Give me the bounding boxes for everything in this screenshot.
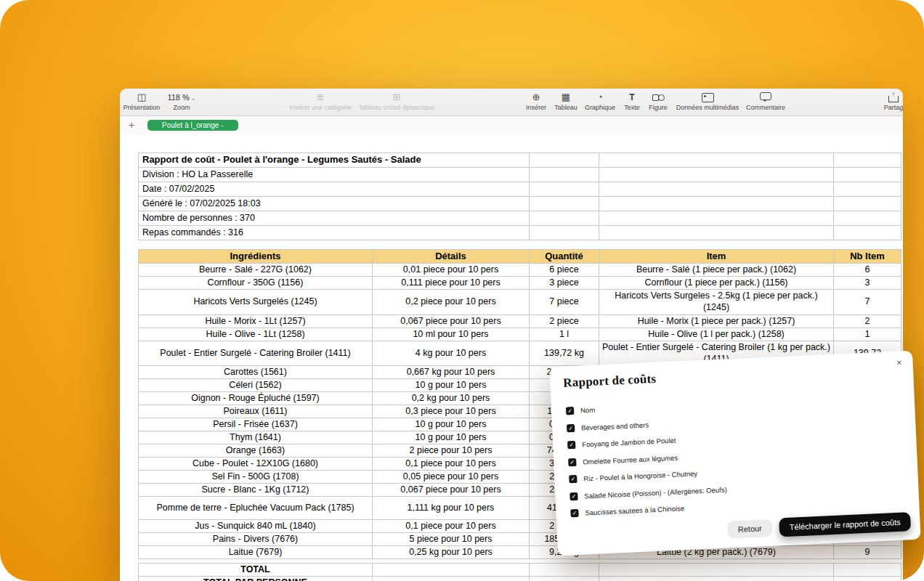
cell-info-label[interactable]: Division : HO La Passerelle <box>139 168 530 182</box>
checkbox-checked-icon[interactable]: ✓ <box>566 407 574 415</box>
empty-cell[interactable] <box>599 197 834 211</box>
cell-info-label[interactable]: Nombre de personnes : 370 <box>139 211 530 226</box>
cell-ingredient[interactable]: Jus - Sunquick 840 mL (1840) <box>139 520 373 533</box>
zoom-control[interactable]: 118 %⌄ Zoom <box>158 92 206 111</box>
cell-item[interactable]: Beurre - Salé (1 piece per pack.) (1062) <box>599 264 834 277</box>
cell-quantity[interactable]: 1 l <box>530 328 599 341</box>
cell-ingredient[interactable]: Cube - Poulet - 12X10G (1680) <box>139 458 373 471</box>
empty-cell[interactable] <box>599 168 834 182</box>
presentation-button[interactable]: ◫ Présentation <box>121 92 162 111</box>
cell-ingredient[interactable]: Haricots Verts Surgelés (1245) <box>139 290 373 315</box>
cell-details[interactable]: 0,067 piece pour 10 pers <box>373 484 530 497</box>
empty-cell[interactable] <box>834 197 901 211</box>
cell-details[interactable]: 10 g pour 10 pers <box>373 379 530 392</box>
cell-ingredient[interactable]: Poulet - Entier Surgelé - Catering Broil… <box>139 341 373 366</box>
checkbox-checked-icon[interactable]: ✓ <box>567 441 575 449</box>
cell-item[interactable]: Haricots Verts Surgeles - 2.5kg (1 piece… <box>599 290 834 315</box>
cell-quantity[interactable]: 139,72 kg <box>530 341 599 366</box>
col-item[interactable]: Item <box>599 250 834 264</box>
empty-cell[interactable] <box>834 211 901 226</box>
back-button[interactable]: Retour <box>727 519 772 539</box>
empty-cell[interactable] <box>530 226 599 240</box>
close-icon[interactable]: × <box>896 357 902 367</box>
cell-ingredient[interactable]: Laitue (7679) <box>139 546 373 559</box>
cell-item[interactable]: Cornflour (1 piece per pack.) (1156) <box>599 277 834 290</box>
cell-details[interactable]: 0,067 piece pour 10 pers <box>373 315 530 328</box>
empty-cell[interactable] <box>599 564 834 577</box>
checkbox-checked-icon[interactable]: ✓ <box>567 424 575 432</box>
empty-cell[interactable] <box>599 226 834 240</box>
cell-nbitem[interactable]: 7 <box>834 290 901 315</box>
cell-info-label[interactable]: Date : 07/02/2025 <box>139 182 530 197</box>
empty-cell[interactable] <box>530 564 599 577</box>
cell-details[interactable]: 0,667 kg pour 10 pers <box>373 366 530 379</box>
cell-details[interactable]: 5 piece pour 10 pers <box>373 533 530 546</box>
cell-info-label[interactable]: Rapport de coût - Poulet à l'orange - Le… <box>139 153 530 168</box>
empty-cell[interactable] <box>530 182 599 197</box>
cell-details[interactable]: 0,25 kg pour 10 pers <box>373 546 530 559</box>
empty-cell[interactable] <box>530 211 599 226</box>
checkbox-checked-icon[interactable]: ✓ <box>570 509 578 517</box>
cell-nbitem[interactable]: 6 <box>834 264 901 277</box>
cell-details[interactable]: 0,111 piece pour 10 pers <box>373 277 530 290</box>
cell-ingredient[interactable]: Orange (1663) <box>139 444 373 458</box>
cell-details[interactable]: 1,111 kg pour 10 pers <box>373 497 530 520</box>
cell-ingredient[interactable]: Pains - Divers (7676) <box>139 533 373 546</box>
cell-details[interactable]: 2 piece pour 10 pers <box>373 444 530 458</box>
cell-details[interactable]: 0,2 piece pour 10 pers <box>373 290 530 315</box>
cell-ingredient[interactable]: Céleri (1562) <box>139 379 373 392</box>
cell-nbitem[interactable]: 9 <box>834 546 901 559</box>
cell-details[interactable]: 4 kg pour 10 pers <box>373 341 530 366</box>
empty-cell[interactable] <box>373 577 530 581</box>
cell-ingredient[interactable]: Oignon - Rouge Épluché (1597) <box>139 392 373 405</box>
cell-details[interactable]: 10 g pour 10 pers <box>373 431 530 444</box>
empty-cell[interactable] <box>530 577 599 581</box>
empty-cell[interactable] <box>599 211 834 226</box>
checkbox-checked-icon[interactable]: ✓ <box>570 492 578 500</box>
cell-ingredient[interactable]: Huile - Morix - 1Lt (1257) <box>139 315 373 328</box>
col-ingredients[interactable]: Ingrédients <box>139 250 373 264</box>
add-sheet-button[interactable]: + <box>129 119 134 131</box>
share-button[interactable]: Partag <box>872 92 903 111</box>
cell-item[interactable]: Huile - Morix (1 piece per pack.) (1257) <box>599 315 834 328</box>
cell-details[interactable]: 10 g pour 10 pers <box>373 418 530 431</box>
col-nbitem[interactable]: Nb Item <box>834 250 901 264</box>
col-details[interactable]: Détails <box>373 250 530 264</box>
cell-quantity[interactable]: 7 piece <box>530 290 599 315</box>
cell-info-label[interactable]: Généré le : 07/02/2025 18:03 <box>139 197 530 211</box>
empty-cell[interactable] <box>834 577 901 581</box>
cell-nbitem[interactable]: 3 <box>834 277 901 290</box>
cell-ingredient[interactable]: Huile - Olive - 1Lt (1258) <box>139 328 373 341</box>
cell-details[interactable]: 0,3 piece pour 10 pers <box>373 405 530 418</box>
sheet-tab[interactable]: Poulet à l_orange - <box>147 120 238 131</box>
cell-quantity[interactable]: 2 piece <box>530 315 599 328</box>
total-per-person-label[interactable]: TOTAL PAR PERSONNE <box>139 577 373 581</box>
empty-cell[interactable] <box>599 577 834 581</box>
cell-ingredient[interactable]: Persil - Frisée (1637) <box>139 418 373 431</box>
cell-details[interactable]: 0,1 piece pour 10 pers <box>373 520 530 533</box>
col-quantity[interactable]: Quantité <box>530 250 599 264</box>
cell-ingredient[interactable]: Carottes (1561) <box>139 366 373 379</box>
checkbox-checked-icon[interactable]: ✓ <box>568 458 576 466</box>
comment-button[interactable]: Commentaire <box>740 92 791 111</box>
empty-cell[interactable] <box>834 168 901 182</box>
media-button[interactable]: Données multimédias <box>668 92 747 111</box>
cell-ingredient[interactable]: Thym (1641) <box>139 431 373 444</box>
empty-cell[interactable] <box>373 564 530 577</box>
empty-cell[interactable] <box>834 226 901 240</box>
empty-cell[interactable] <box>599 153 834 168</box>
cell-quantity[interactable]: 3 piece <box>530 277 599 290</box>
cell-nbitem[interactable]: 2 <box>834 315 901 328</box>
empty-cell[interactable] <box>530 197 599 211</box>
cell-ingredient[interactable]: Pomme de terre - Epluchée Vacuum Pack (1… <box>139 497 373 520</box>
cell-nbitem[interactable]: 1 <box>834 328 901 341</box>
empty-cell[interactable] <box>834 182 901 197</box>
total-label[interactable]: TOTAL <box>139 564 373 577</box>
cell-details[interactable]: 10 ml pour 10 pers <box>373 328 530 341</box>
cell-details[interactable]: 0,2 kg pour 10 pers <box>373 392 530 405</box>
cell-ingredient[interactable]: Beurre - Salé - 227G (1062) <box>139 264 373 277</box>
cell-ingredient[interactable]: Sucre - Blanc - 1Kg (1712) <box>139 484 373 497</box>
empty-cell[interactable] <box>834 564 901 577</box>
cell-details[interactable]: 0,01 piece pour 10 pers <box>373 264 530 277</box>
cell-details[interactable]: 0,05 piece pour 10 pers <box>373 471 530 484</box>
